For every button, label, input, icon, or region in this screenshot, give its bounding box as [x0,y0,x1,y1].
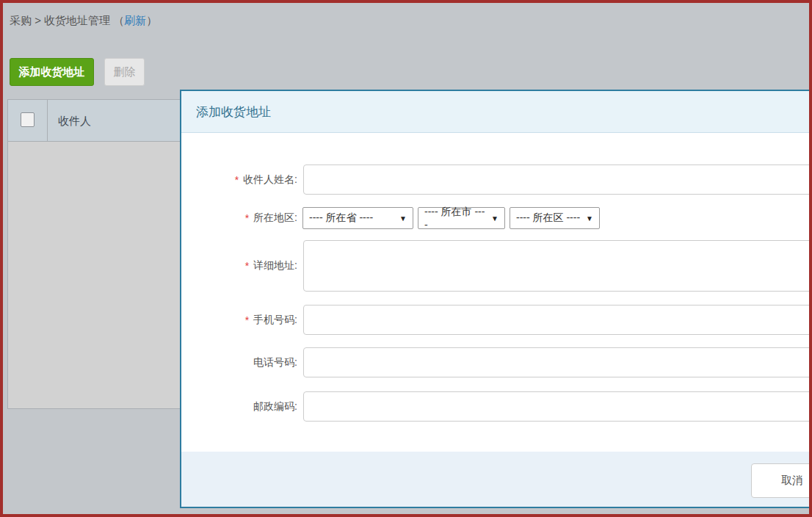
mobile-label: 手机号码: [253,314,297,327]
field-label: * 详细地址: [181,240,297,292]
district-select-value: ---- 所在区 ---- [516,212,580,225]
refresh-link[interactable]: 刷新 [124,14,146,26]
cancel-button[interactable]: 取消 [751,463,812,498]
city-select-value: ---- 所在市 ---- [424,206,487,231]
province-select-value: ---- 所在省 ---- [309,212,373,225]
breadcrumb-text: 采购 > 收货地址管理 （ [10,14,124,26]
recipient-name-label: 收件人姓名: [243,173,297,187]
district-select[interactable]: ---- 所在区 ---- ▼ [510,207,600,229]
form-row-postcode: 邮政编码: [181,391,812,422]
add-address-modal: 添加收货地址 * 收件人姓名: * 所在地区: ---- 所在省 ---- ▼ … [180,90,812,508]
column-header-recipient: 收件人 [58,100,91,142]
phone-label: 电话号码: [253,356,297,369]
phone-input[interactable] [303,347,812,377]
form-row-address-detail: * 详细地址: [181,240,812,292]
form-row-mobile: * 手机号码: [181,305,812,335]
postcode-label: 邮政编码: [253,400,297,413]
dropdown-arrow-icon: ▼ [491,214,499,223]
required-asterisk: * [245,212,249,224]
column-divider [47,100,48,141]
field-label: 电话号码: [181,347,297,377]
modal-header: 添加收货地址 [181,91,812,133]
required-asterisk: * [245,314,249,326]
form-row-recipient-name: * 收件人姓名: [181,164,812,195]
mobile-input[interactable] [303,305,812,335]
breadcrumb-text-close: ） [146,14,157,26]
address-detail-textarea[interactable] [303,240,812,292]
postcode-input[interactable] [303,391,812,422]
required-asterisk: * [245,260,249,272]
add-address-button[interactable]: 添加收货地址 [10,58,94,86]
modal-title: 添加收货地址 [196,91,271,133]
form-row-phone: 电话号码: [181,347,812,377]
breadcrumb: 采购 > 收货地址管理 （刷新） [10,14,157,28]
modal-footer: 取消 [181,452,812,507]
required-asterisk: * [235,174,239,186]
address-detail-label: 详细地址: [253,259,297,272]
delete-button[interactable]: 删除 [104,58,145,86]
form-row-region: * 所在地区: ---- 所在省 ---- ▼ ---- 所在市 ---- ▼ … [181,207,812,229]
select-all-checkbox[interactable] [21,112,35,127]
field-label: * 手机号码: [181,305,297,335]
dropdown-arrow-icon: ▼ [586,214,593,223]
field-label: * 收件人姓名: [181,164,297,195]
recipient-name-input[interactable] [303,164,812,195]
field-label: * 所在地区: [181,207,297,229]
region-label: 所在地区: [253,212,297,225]
city-select[interactable]: ---- 所在市 ---- ▼ [418,207,505,229]
dropdown-arrow-icon: ▼ [399,214,407,223]
province-select[interactable]: ---- 所在省 ---- ▼ [302,207,413,229]
field-label: 邮政编码: [181,391,297,422]
